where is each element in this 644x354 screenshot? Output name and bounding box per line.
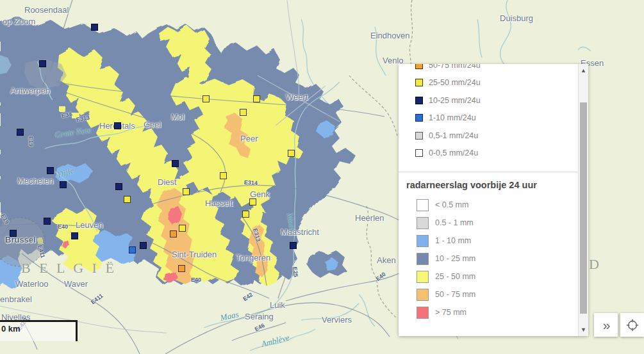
radar-legend-swatch	[417, 253, 429, 265]
station-legend-label: 25-50 mm/24u	[429, 78, 481, 87]
station-legend-swatch	[415, 97, 423, 104]
radar-legend-item: 1 - 10 mm	[417, 232, 475, 250]
radar-legend-label: 10 - 25 mm	[435, 254, 475, 263]
radar-legend-item: 50 - 75 mm	[417, 286, 475, 303]
station-legend-swatch	[415, 79, 423, 86]
radar-legend-swatch	[417, 199, 429, 211]
radar-legend-swatch	[417, 307, 429, 319]
radar-legend-label: 25 - 50 mm	[435, 272, 475, 281]
station-legend-label: 10-25 mm/24u	[429, 96, 481, 105]
locate-button[interactable]	[620, 313, 644, 337]
station-legend-swatch	[415, 64, 423, 69]
radar-legend-label: > 75 mm	[435, 308, 466, 317]
station-legend-label: 50-75 mm/24u	[429, 64, 481, 70]
radar-legend-label: 50 - 75 mm	[435, 290, 475, 299]
radar-legend-item: 0.5 - 1 mm	[417, 214, 475, 232]
radar-legend-swatch	[417, 235, 429, 247]
scroll-up-arrow-icon[interactable]: ▲	[579, 65, 588, 76]
station-legend-item: 0,5-1 mm/24u	[415, 127, 481, 145]
scroll-down-arrow-icon[interactable]: ▼	[579, 325, 588, 335]
crosshair-icon	[625, 318, 640, 332]
radar-legend-item: 25 - 50 mm	[417, 268, 475, 286]
station-legend-swatch	[415, 114, 423, 122]
scrollbar-thumb[interactable]	[580, 102, 587, 314]
radar-legend-swatch	[417, 271, 429, 283]
scale-label: 0 km	[0, 324, 21, 334]
panel-scrollbar[interactable]: ▲ ▼	[578, 64, 588, 336]
station-legend-label: 0-0,5 mm/24u	[429, 149, 478, 157]
radar-legend-label: 1 - 10 mm	[435, 236, 471, 245]
radar-legend-list: < 0.5 mm0.5 - 1 mm1 - 10 mm10 - 25 mm25 …	[417, 196, 475, 321]
station-legend-item: 1-10 mm/24u	[415, 109, 481, 127]
double-chevron-right-icon: »	[603, 318, 609, 333]
station-legend-label: 1-10 mm/24u	[429, 113, 476, 122]
legend-panel: 50-75 mm/24u25-50 mm/24u10-25 mm/24u1-10…	[399, 64, 588, 336]
station-legend-swatch	[415, 149, 423, 157]
radar-legend-swatch	[417, 217, 429, 229]
radar-legend-item: 10 - 25 mm	[417, 250, 475, 268]
radar-legend-swatch	[417, 289, 429, 301]
station-legend-item: 25-50 mm/24u	[415, 74, 481, 92]
panel-divider	[399, 172, 588, 172]
expand-panel-button[interactable]: »	[594, 313, 618, 337]
weather-map-app: Roosendaalop ZoomEindhovenVenloWeertDuis…	[0, 0, 644, 354]
radar-legend-label: 0.5 - 1 mm	[435, 218, 474, 227]
radar-legend-label: < 0.5 mm	[435, 200, 468, 209]
station-legend-swatch	[415, 132, 423, 140]
radar-legend-item: < 0.5 mm	[417, 196, 475, 214]
station-legend-list: 50-75 mm/24u25-50 mm/24u10-25 mm/24u1-10…	[415, 64, 481, 162]
map-scale-bar: 0 km	[0, 320, 78, 341]
station-legend-item: 0-0,5 mm/24u	[415, 145, 481, 163]
radar-legend-title: radarneerslag voorbije 24 uur	[406, 180, 537, 190]
station-legend-item: 50-75 mm/24u	[415, 64, 481, 74]
station-legend-label: 0,5-1 mm/24u	[429, 131, 478, 140]
radar-legend-item: > 75 mm	[417, 303, 475, 321]
station-legend-item: 10-25 mm/24u	[415, 92, 481, 109]
